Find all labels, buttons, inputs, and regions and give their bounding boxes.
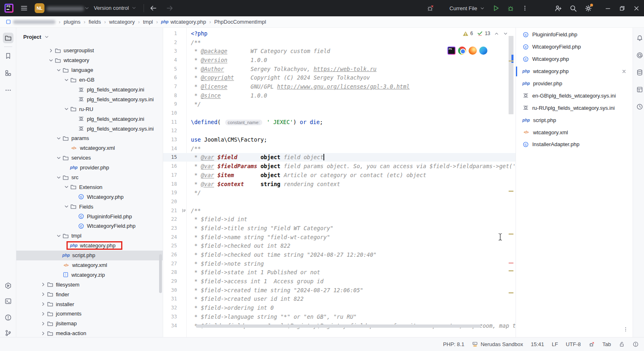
code-line-29[interactable]: 29 * $field->access int 1 Access group i… — [163, 277, 516, 286]
editor-scrollbar-thumb[interactable] — [509, 36, 513, 114]
code-line-4[interactable]: 4 * @version 1.0.0 — [163, 56, 516, 64]
tree-item-plg-fields-wtcategory-ini[interactable]: plg_fields_wtcategory.ini — [16, 85, 163, 95]
project-avatar[interactable]: NL — [35, 3, 44, 13]
open-file-installeradapter-php[interactable]: CInstallerAdapter.php — [516, 138, 633, 151]
chevron-right-icon[interactable] — [40, 331, 47, 336]
chevron-down-icon[interactable] — [47, 58, 55, 63]
tree-item-services[interactable]: services — [16, 153, 163, 163]
code-line-9[interactable]: 9 */ — [163, 100, 516, 109]
debug-button[interactable] — [507, 4, 514, 12]
code-line-22[interactable]: 22 * $field->id int — [163, 215, 516, 224]
search-everywhere-icon[interactable] — [569, 4, 577, 12]
breadcrumb-item-wtcategory-php[interactable]: phpwtcategory.php — [161, 19, 206, 25]
code-with-me-icon[interactable] — [554, 4, 562, 12]
tree-item-script-php[interactable]: phpscript.php — [16, 251, 163, 260]
chevron-right-icon[interactable] — [40, 301, 47, 307]
tree-item-wtcategory-php[interactable]: CWtcategory.php — [16, 192, 163, 202]
stripe-more[interactable] — [3, 85, 13, 96]
editor-horizontal-scrollbar[interactable] — [196, 324, 481, 328]
project-scrollbar[interactable] — [159, 254, 162, 293]
chevron-down-icon[interactable] — [63, 106, 70, 112]
stripe-notifications[interactable] — [635, 33, 644, 42]
line-number[interactable]: 15 — [163, 154, 177, 160]
chevron-right-icon[interactable] — [40, 311, 47, 317]
status-indent[interactable]: Tab — [602, 341, 611, 347]
code-line-text[interactable]: * $field->title string "Field WT Categor… — [191, 225, 516, 231]
line-number[interactable]: 27 — [163, 261, 177, 267]
settings-icon[interactable] — [584, 4, 592, 12]
code-line-text[interactable]: * @var $context string rendering context — [191, 181, 516, 187]
line-number[interactable]: 33 — [163, 314, 177, 320]
chevron-down-icon[interactable] — [63, 184, 70, 190]
line-number[interactable]: 5 — [163, 66, 177, 72]
code-line-text[interactable]: \defined( constant_name: '_JEXEC') or di… — [191, 119, 516, 125]
line-number[interactable]: 31 — [163, 296, 177, 302]
line-number[interactable]: 34 — [163, 323, 177, 329]
run-configuration-select[interactable]: Current File — [449, 5, 485, 11]
warning-stripe-mark[interactable] — [509, 60, 513, 62]
chevron-down-icon[interactable] — [55, 136, 62, 141]
warning-stripe-mark[interactable] — [509, 233, 513, 235]
status-line-separator[interactable]: LF — [552, 341, 558, 347]
warning-stripe-mark[interactable] — [509, 292, 513, 293]
stripe-history[interactable] — [635, 102, 644, 111]
code-line-text[interactable]: * $field->state int 1 Published or not — [191, 269, 516, 275]
breadcrumb-item-wtcategory[interactable]: wtcategory — [109, 19, 135, 25]
code-line-32[interactable]: 32 * $field->ordering int 0 — [163, 303, 516, 312]
close-button[interactable] — [633, 5, 640, 12]
code-line-30[interactable]: 30 * $field->created_time string "2024-0… — [163, 286, 516, 295]
project-name-blurred[interactable] — [46, 7, 84, 11]
code-line-text[interactable]: * @var $field object field object — [191, 154, 516, 160]
tree-item-wtcategory-xml[interactable]: </>wtcategory.xml — [16, 260, 163, 270]
open-file-plugininfofield-php[interactable]: CPlugininfoField.php — [516, 29, 633, 41]
chevron-right-icon[interactable] — [40, 291, 47, 297]
version-control-menu[interactable]: Version control — [94, 5, 137, 11]
breadcrumb-item-tmpl[interactable]: tmpl — [143, 19, 153, 25]
tree-item-wtcategory-xml[interactable]: </>wtcategory.xml — [16, 143, 163, 153]
code-line-8[interactable]: 8 * @since 1.0.0 — [163, 91, 516, 100]
breadcrumb-item-plugins[interactable]: plugins — [64, 19, 80, 25]
line-number[interactable]: 14 — [163, 146, 177, 151]
code-line-13[interactable]: 13 use Joomla\CMS\Factory; — [163, 135, 516, 144]
forward-button[interactable] — [166, 4, 174, 12]
open-file-en-gb-plg-fields-wtcategory-sys-ini[interactable]: en-GB\plg_fields_wtcategory.sys.ini — [516, 89, 633, 102]
stripe-project-folder[interactable] — [3, 33, 13, 43]
line-number[interactable]: 24 — [163, 234, 177, 240]
code-line-33[interactable]: 33 * $field->language string "*" or "en_… — [163, 312, 516, 321]
open-file-ru-ru-plg-fields-wtcategory-sys-ini[interactable]: ru-RU\plg_fields_wtcategory.sys.ini — [516, 102, 633, 114]
code-line-text[interactable]: * $field->name string "field-wt-category… — [191, 234, 516, 240]
code-line-text[interactable]: * @license GNU/GPL http://www.gnu.org/li… — [191, 83, 516, 90]
next-problem-icon[interactable] — [503, 31, 508, 36]
open-file-wtcategoryfield-php[interactable]: CWtcategoryField.php — [516, 41, 633, 53]
tree-item-plg-fields-wtcategory-ini[interactable]: plg_fields_wtcategory.ini — [16, 114, 163, 124]
code-line-text[interactable]: /** — [191, 207, 516, 214]
line-number[interactable]: 22 — [163, 216, 177, 222]
open-file-provider-php[interactable]: phpprovider.php — [516, 78, 633, 90]
code-line-text[interactable]: * $field->ordering int 0 — [191, 304, 516, 311]
error-stripe-mark[interactable] — [509, 262, 513, 264]
code-line-text[interactable]: * @copyright Copyright (C) 2024 Sergey T… — [191, 74, 516, 81]
tree-item-provider-php[interactable]: phpprovider.php — [16, 163, 163, 173]
panel-options-icon[interactable] — [623, 327, 629, 332]
code-line-text[interactable]: * @var $item object Article or category … — [191, 172, 516, 178]
tree-item-usergrouplist[interactable]: usergrouplist — [16, 46, 163, 56]
inspections-widget[interactable]: 6 13 — [463, 30, 508, 37]
code-line-20[interactable]: 20 — [163, 197, 516, 206]
code-line-19[interactable]: 19 */ — [163, 188, 516, 197]
tree-item-fields[interactable]: Fields — [16, 202, 163, 211]
previous-problem-icon[interactable] — [494, 31, 499, 36]
tree-item-wtcategory-zip[interactable]: wtcategory.zip — [16, 270, 163, 280]
code-line-text[interactable]: * $field->checked_out_time string "2024-… — [191, 251, 516, 258]
run-button[interactable] — [492, 4, 500, 12]
line-number[interactable]: 19 — [163, 190, 177, 195]
breadcrumb-item-fields[interactable]: fields — [89, 19, 101, 25]
tree-item-jcomments[interactable]: jcomments — [16, 309, 163, 319]
tree-item-wtcategory[interactable]: wtcategory — [16, 56, 163, 65]
close-icon[interactable] — [621, 69, 627, 74]
line-number[interactable]: 7 — [163, 84, 177, 89]
code-line-7[interactable]: 7 * @license GNU/GPL http://www.gnu.org/… — [163, 82, 516, 91]
chevron-down-icon[interactable] — [55, 233, 62, 239]
code-line-text[interactable]: * @var $fieldParams object field params … — [191, 163, 516, 169]
code-line-11[interactable]: 11 \defined( constant_name: '_JEXEC') or… — [163, 118, 516, 127]
chevron-down-icon[interactable] — [84, 5, 90, 11]
